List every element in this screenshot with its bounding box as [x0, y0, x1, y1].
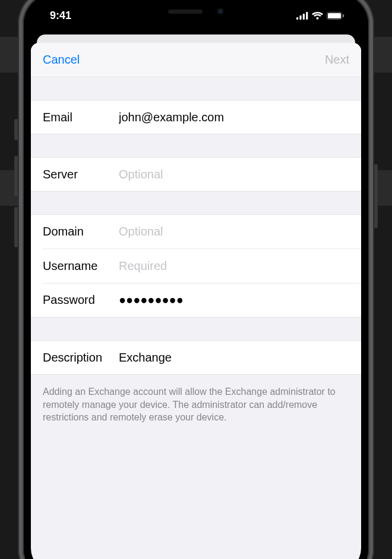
email-field[interactable] [119, 111, 349, 124]
password-field[interactable]: ●●●●●●●●● [119, 293, 184, 307]
svg-point-4 [317, 17, 319, 19]
phone-side-button [374, 164, 378, 228]
svg-rect-6 [328, 13, 341, 18]
email-row[interactable]: Email [31, 100, 361, 134]
server-row[interactable]: Server [31, 157, 361, 191]
svg-rect-0 [296, 17, 298, 20]
footer-note: Adding an Exchange account will allow th… [31, 375, 361, 438]
battery-icon [327, 12, 344, 20]
domain-row[interactable]: Domain [31, 214, 361, 249]
status-time: 9:41 [50, 10, 71, 22]
svg-rect-1 [299, 15, 301, 20]
email-label: Email [43, 111, 119, 124]
front-camera [217, 8, 224, 15]
phone-frame: 9:41 Cancel [18, 0, 374, 559]
svg-rect-3 [306, 12, 308, 20]
cellular-signal-icon [296, 12, 308, 20]
description-field[interactable] [119, 351, 349, 365]
description-label: Description [43, 351, 119, 365]
cancel-button[interactable]: Cancel [43, 53, 80, 67]
password-row[interactable]: Password ●●●●●●●●● [31, 283, 361, 318]
notch [128, 1, 264, 21]
username-row[interactable]: Username [31, 249, 361, 283]
wifi-icon [312, 12, 323, 20]
description-row[interactable]: Description [31, 340, 361, 375]
domain-label: Domain [43, 225, 119, 238]
speaker-grille [168, 10, 203, 14]
username-label: Username [43, 259, 119, 273]
password-label: Password [43, 293, 119, 307]
svg-rect-7 [343, 14, 344, 17]
nav-bar: Cancel Next [31, 43, 361, 77]
svg-rect-2 [303, 14, 305, 20]
next-button[interactable]: Next [325, 53, 349, 67]
domain-field[interactable] [119, 225, 349, 238]
server-field[interactable] [119, 168, 349, 181]
screen: 9:41 Cancel [31, 1, 361, 559]
server-label: Server [43, 168, 119, 181]
username-field[interactable] [119, 259, 349, 273]
modal-sheet: Cancel Next Email Server [31, 43, 361, 559]
